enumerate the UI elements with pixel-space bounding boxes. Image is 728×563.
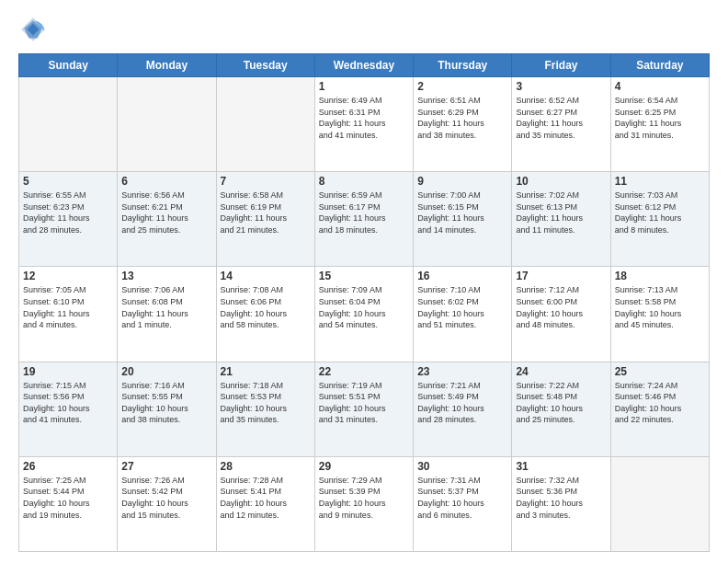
day-number: 19: [23, 365, 113, 378]
weekday-header-friday: Friday: [512, 54, 610, 77]
calendar-cell: 12Sunrise: 7:05 AM Sunset: 6:10 PM Dayli…: [19, 267, 118, 362]
day-number: 12: [23, 270, 113, 282]
day-number: 15: [319, 270, 409, 282]
calendar-cell: 19Sunrise: 7:15 AM Sunset: 5:56 PM Dayli…: [19, 362, 118, 456]
weekday-header-thursday: Thursday: [414, 54, 512, 77]
day-info: Sunrise: 7:24 AM Sunset: 5:46 PM Dayligh…: [615, 380, 705, 426]
day-number: 7: [221, 175, 311, 188]
calendar-cell: 6Sunrise: 6:56 AM Sunset: 6:21 PM Daylig…: [118, 172, 216, 267]
day-info: Sunrise: 7:12 AM Sunset: 6:00 PM Dayligh…: [516, 284, 606, 330]
day-info: Sunrise: 7:10 AM Sunset: 6:02 PM Dayligh…: [417, 284, 507, 330]
calendar-cell: [216, 77, 314, 172]
calendar-week-row: 5Sunrise: 6:55 AM Sunset: 6:23 PM Daylig…: [19, 172, 710, 267]
calendar-cell: 5Sunrise: 6:55 AM Sunset: 6:23 PM Daylig…: [19, 172, 118, 267]
day-number: 11: [615, 175, 705, 188]
day-number: 27: [121, 460, 211, 473]
day-info: Sunrise: 7:22 AM Sunset: 5:48 PM Dayligh…: [516, 380, 606, 426]
calendar-week-row: 1Sunrise: 6:49 AM Sunset: 6:31 PM Daylig…: [19, 77, 710, 172]
day-info: Sunrise: 6:54 AM Sunset: 6:25 PM Dayligh…: [615, 95, 705, 141]
calendar-cell: [610, 456, 709, 551]
day-number: 21: [221, 365, 311, 378]
day-info: Sunrise: 7:26 AM Sunset: 5:42 PM Dayligh…: [121, 475, 211, 521]
day-info: Sunrise: 7:00 AM Sunset: 6:15 PM Dayligh…: [417, 190, 507, 236]
day-number: 31: [516, 460, 606, 473]
calendar-cell: 18Sunrise: 7:13 AM Sunset: 5:58 PM Dayli…: [610, 267, 709, 362]
day-info: Sunrise: 7:15 AM Sunset: 5:56 PM Dayligh…: [23, 380, 113, 426]
day-info: Sunrise: 7:32 AM Sunset: 5:36 PM Dayligh…: [516, 475, 606, 521]
weekday-header-row: SundayMondayTuesdayWednesdayThursdayFrid…: [19, 54, 710, 77]
calendar-cell: 24Sunrise: 7:22 AM Sunset: 5:48 PM Dayli…: [512, 362, 610, 456]
day-number: 26: [23, 460, 113, 473]
calendar-cell: 3Sunrise: 6:52 AM Sunset: 6:27 PM Daylig…: [512, 77, 610, 172]
calendar-week-row: 12Sunrise: 7:05 AM Sunset: 6:10 PM Dayli…: [19, 267, 710, 362]
calendar-cell: 29Sunrise: 7:29 AM Sunset: 5:39 PM Dayli…: [314, 456, 413, 551]
weekday-header-wednesday: Wednesday: [314, 54, 413, 77]
calendar-cell: 23Sunrise: 7:21 AM Sunset: 5:49 PM Dayli…: [414, 362, 512, 456]
day-info: Sunrise: 6:55 AM Sunset: 6:23 PM Dayligh…: [23, 190, 113, 236]
day-number: 2: [417, 80, 507, 93]
weekday-header-saturday: Saturday: [610, 54, 709, 77]
day-number: 30: [417, 460, 507, 473]
day-info: Sunrise: 7:18 AM Sunset: 5:53 PM Dayligh…: [221, 380, 311, 426]
calendar-cell: 7Sunrise: 6:58 AM Sunset: 6:19 PM Daylig…: [216, 172, 314, 267]
calendar-cell: 15Sunrise: 7:09 AM Sunset: 6:04 PM Dayli…: [314, 267, 413, 362]
calendar-cell: 20Sunrise: 7:16 AM Sunset: 5:55 PM Dayli…: [118, 362, 216, 456]
day-number: 16: [417, 270, 507, 282]
calendar-cell: 4Sunrise: 6:54 AM Sunset: 6:25 PM Daylig…: [610, 77, 709, 172]
calendar-cell: 2Sunrise: 6:51 AM Sunset: 6:29 PM Daylig…: [414, 77, 512, 172]
calendar-cell: 16Sunrise: 7:10 AM Sunset: 6:02 PM Dayli…: [414, 267, 512, 362]
day-info: Sunrise: 7:16 AM Sunset: 5:55 PM Dayligh…: [121, 380, 211, 426]
day-number: 5: [23, 175, 113, 188]
calendar-cell: 8Sunrise: 6:59 AM Sunset: 6:17 PM Daylig…: [314, 172, 413, 267]
weekday-header-monday: Monday: [118, 54, 216, 77]
day-info: Sunrise: 7:03 AM Sunset: 6:12 PM Dayligh…: [615, 190, 705, 236]
calendar-cell: 31Sunrise: 7:32 AM Sunset: 5:36 PM Dayli…: [512, 456, 610, 551]
day-info: Sunrise: 7:21 AM Sunset: 5:49 PM Dayligh…: [417, 380, 507, 426]
day-info: Sunrise: 7:05 AM Sunset: 6:10 PM Dayligh…: [23, 284, 113, 330]
day-info: Sunrise: 6:52 AM Sunset: 6:27 PM Dayligh…: [516, 95, 606, 141]
day-info: Sunrise: 7:08 AM Sunset: 6:06 PM Dayligh…: [221, 284, 311, 330]
calendar-cell: 13Sunrise: 7:06 AM Sunset: 6:08 PM Dayli…: [118, 267, 216, 362]
day-number: 4: [615, 80, 705, 93]
day-info: Sunrise: 7:25 AM Sunset: 5:44 PM Dayligh…: [23, 475, 113, 521]
calendar-week-row: 19Sunrise: 7:15 AM Sunset: 5:56 PM Dayli…: [19, 362, 710, 456]
day-info: Sunrise: 7:02 AM Sunset: 6:13 PM Dayligh…: [516, 190, 606, 236]
day-number: 14: [221, 270, 311, 282]
calendar-cell: 1Sunrise: 6:49 AM Sunset: 6:31 PM Daylig…: [314, 77, 413, 172]
day-number: 20: [121, 365, 211, 378]
day-info: Sunrise: 7:29 AM Sunset: 5:39 PM Dayligh…: [319, 475, 409, 521]
calendar-cell: [118, 77, 216, 172]
day-info: Sunrise: 6:49 AM Sunset: 6:31 PM Dayligh…: [319, 95, 409, 141]
calendar-cell: [19, 77, 118, 172]
day-number: 3: [516, 80, 606, 93]
day-info: Sunrise: 6:59 AM Sunset: 6:17 PM Dayligh…: [319, 190, 409, 236]
day-info: Sunrise: 7:13 AM Sunset: 5:58 PM Dayligh…: [615, 284, 705, 330]
day-number: 17: [516, 270, 606, 282]
calendar-week-row: 26Sunrise: 7:25 AM Sunset: 5:44 PM Dayli…: [19, 456, 710, 551]
calendar-cell: 28Sunrise: 7:28 AM Sunset: 5:41 PM Dayli…: [216, 456, 314, 551]
day-number: 28: [221, 460, 311, 473]
day-info: Sunrise: 7:19 AM Sunset: 5:51 PM Dayligh…: [319, 380, 409, 426]
day-number: 9: [417, 175, 507, 188]
day-number: 10: [516, 175, 606, 188]
day-number: 6: [121, 175, 211, 188]
calendar-cell: 26Sunrise: 7:25 AM Sunset: 5:44 PM Dayli…: [19, 456, 118, 551]
day-number: 29: [319, 460, 409, 473]
day-number: 23: [417, 365, 507, 378]
calendar-cell: 11Sunrise: 7:03 AM Sunset: 6:12 PM Dayli…: [610, 172, 709, 267]
day-info: Sunrise: 6:51 AM Sunset: 6:29 PM Dayligh…: [417, 95, 507, 141]
header: [18, 15, 710, 44]
calendar-cell: 25Sunrise: 7:24 AM Sunset: 5:46 PM Dayli…: [610, 362, 709, 456]
day-number: 13: [121, 270, 211, 282]
logo: [18, 15, 51, 44]
logo-icon: [18, 15, 48, 44]
day-number: 1: [319, 80, 409, 93]
day-info: Sunrise: 7:06 AM Sunset: 6:08 PM Dayligh…: [121, 284, 211, 330]
weekday-header-tuesday: Tuesday: [216, 54, 314, 77]
day-number: 24: [516, 365, 606, 378]
day-info: Sunrise: 7:09 AM Sunset: 6:04 PM Dayligh…: [319, 284, 409, 330]
day-info: Sunrise: 7:31 AM Sunset: 5:37 PM Dayligh…: [417, 475, 507, 521]
calendar-cell: 30Sunrise: 7:31 AM Sunset: 5:37 PM Dayli…: [414, 456, 512, 551]
day-info: Sunrise: 6:58 AM Sunset: 6:19 PM Dayligh…: [221, 190, 311, 236]
day-number: 18: [615, 270, 705, 282]
